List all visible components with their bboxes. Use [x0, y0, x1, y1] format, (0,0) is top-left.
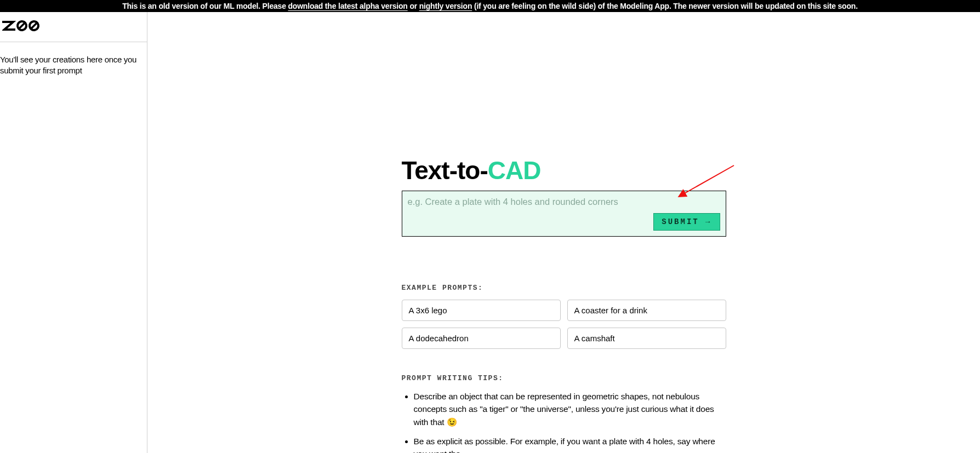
sidebar-empty-text: You'll see your creations here once you …: [0, 55, 136, 75]
example-prompts-heading: EXAMPLE PROMPTS:: [402, 284, 726, 292]
page-title: Text-to-CAD: [402, 156, 726, 185]
main-content: Text-to-CAD SUBMIT → EXAMPLE PROMPTS: A …: [402, 12, 726, 453]
example-prompt-card[interactable]: A dodecahedron: [402, 328, 561, 349]
example-prompt-card[interactable]: A coaster for a drink: [567, 300, 726, 321]
title-part1: Text-to-: [402, 156, 488, 185]
sidebar-header: [0, 12, 147, 42]
sidebar-empty-state: You'll see your creations here once you …: [0, 42, 147, 82]
prompt-input[interactable]: [408, 197, 720, 210]
notice-banner: This is an old version of our ML model. …: [0, 0, 980, 12]
submit-button[interactable]: SUBMIT →: [653, 213, 720, 231]
zoo-logo: [2, 20, 42, 32]
banner-link-alpha[interactable]: download the latest alpha version: [288, 2, 407, 10]
tip-item: Be as explicit as possible. For example,…: [414, 435, 726, 453]
main-area: Text-to-CAD SUBMIT → EXAMPLE PROMPTS: A …: [147, 12, 980, 453]
banner-text-suffix: (if you are feeling on the wild side) of…: [472, 2, 858, 10]
banner-link-nightly[interactable]: nightly version: [419, 2, 472, 10]
svg-line-3: [31, 22, 37, 29]
submit-row: SUBMIT →: [408, 213, 720, 231]
svg-line-1: [19, 22, 25, 29]
example-prompt-card[interactable]: A 3x6 lego: [402, 300, 561, 321]
prompt-form: SUBMIT →: [402, 191, 726, 237]
example-prompts-grid: A 3x6 lego A coaster for a drink A dodec…: [402, 300, 726, 349]
tips-heading: PROMPT WRITING TIPS:: [402, 374, 726, 382]
tips-list: Describe an object that can be represent…: [402, 390, 726, 453]
banner-text-prefix: This is an old version of our ML model. …: [122, 2, 288, 10]
app-layout: You'll see your creations here once you …: [0, 12, 980, 453]
sidebar: You'll see your creations here once you …: [0, 12, 147, 453]
title-part2: CAD: [488, 156, 541, 185]
tip-item: Describe an object that can be represent…: [414, 390, 726, 428]
banner-text-mid1: or: [408, 2, 419, 10]
example-prompt-card[interactable]: A camshaft: [567, 328, 726, 349]
